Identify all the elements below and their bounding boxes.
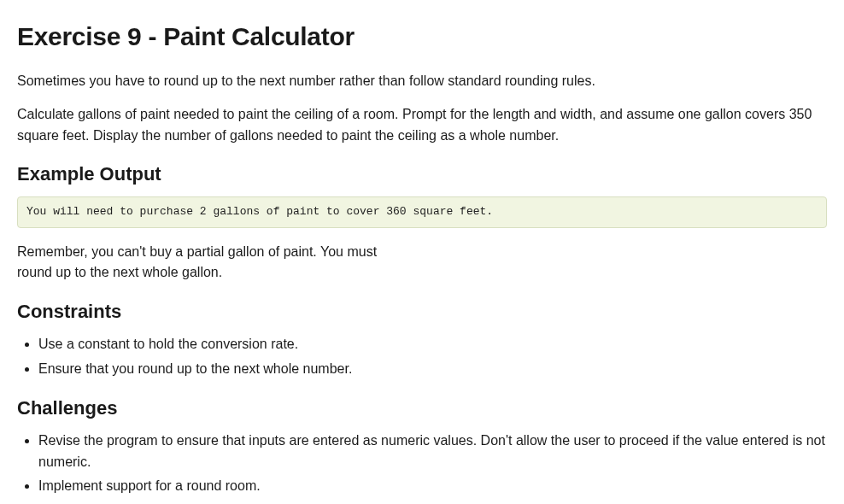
example-output-heading: Example Output — [17, 160, 827, 188]
intro-paragraph-2: Calculate gallons of paint needed to pai… — [17, 104, 827, 147]
list-item: Implement support for an L-shaped room. — [38, 501, 827, 504]
reminder-paragraph: Remember, you can't buy a partial gallon… — [17, 242, 393, 284]
page-title: Exercise 9 - Paint Calculator — [17, 17, 827, 56]
list-item: Use a constant to hold the conversion ra… — [38, 334, 827, 355]
example-output-code: You will need to purchase 2 gallons of p… — [17, 196, 827, 227]
list-item: Ensure that you round up to the next who… — [38, 359, 827, 380]
constraints-heading: Constraints — [17, 297, 827, 325]
constraints-list: Use a constant to hold the conversion ra… — [17, 334, 827, 380]
challenges-list: Revise the program to ensure that inputs… — [17, 431, 827, 504]
list-item: Implement support for a round room. — [38, 476, 827, 497]
challenges-heading: Challenges — [17, 394, 827, 422]
list-item: Revise the program to ensure that inputs… — [38, 431, 827, 473]
intro-paragraph-1: Sometimes you have to round up to the ne… — [17, 71, 827, 92]
